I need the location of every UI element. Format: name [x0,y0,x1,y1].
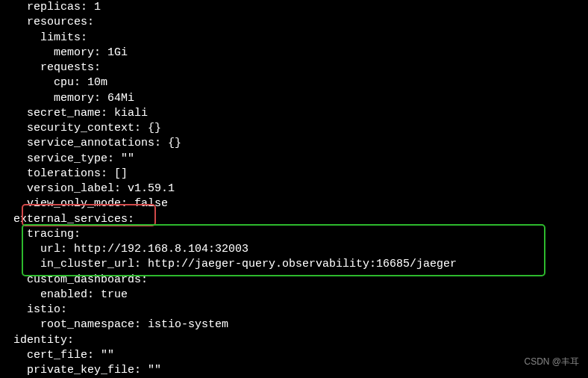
yaml-line: identity: [0,333,588,348]
yaml-line-tracing: tracing: [0,227,588,242]
yaml-line: memory: 64Mi [0,91,588,106]
yaml-line: security_context: {} [0,121,588,136]
yaml-line: cert_file: "" [0,348,588,363]
yaml-line: resources: [0,15,588,30]
yaml-line: version_label: v1.59.1 [0,182,588,196]
yaml-code-block: replicas: 1 resources: limits: memory: 1… [0,0,588,378]
yaml-line-external-services: external_services: [0,212,588,227]
yaml-line: enabled: true [0,288,588,303]
yaml-line: root_namespace: istio-system [0,317,588,332]
yaml-line: cpu: 10m [0,75,588,90]
yaml-line: secret_name: kiali [0,106,588,121]
yaml-line-url: url: http://192.168.8.104:32003 [0,242,588,257]
yaml-line: memory: 1Gi [0,46,588,61]
yaml-line: tolerations: [] [0,167,588,182]
watermark-text: CSDN @丰耳 [524,356,579,368]
yaml-line: private_key_file: "" [0,363,588,378]
yaml-line: istio: [0,303,588,317]
yaml-line: limits: [0,31,588,46]
yaml-line: service_annotations: {} [0,136,588,151]
yaml-line: replicas: 1 [0,0,588,15]
yaml-line: service_type: "" [0,152,588,167]
yaml-line: view_only_mode: false [0,196,588,211]
yaml-line: requests: [0,61,588,75]
yaml-line-in-cluster-url: in_cluster_url: http://jaeger-query.obse… [0,257,588,272]
yaml-line: custom_dashboards: [0,273,588,288]
